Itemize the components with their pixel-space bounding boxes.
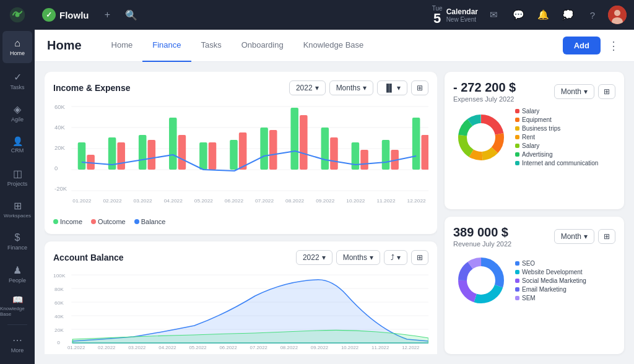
- revenue-legend: SEO Website Development Social Media Mar…: [515, 260, 586, 301]
- notifications-button[interactable]: 🔔: [534, 6, 552, 24]
- help-button[interactable]: ?: [583, 6, 602, 24]
- sidebar-item-home[interactable]: ⌂ Home: [2, 31, 32, 63]
- sidebar-item-tasks[interactable]: ✓ Tasks: [0, 64, 35, 97]
- sidebar-item-crm[interactable]: 👤 CRM: [0, 129, 35, 161]
- legend-equipment: Equipment: [515, 116, 598, 123]
- account-balance-header: Account Balance 2022 ▾ Months ▾: [53, 250, 428, 265]
- user-avatar[interactable]: [608, 6, 627, 24]
- sidebar-item-label: People: [9, 277, 26, 284]
- revenue-header: 389 000 $ Revenue July 2022 Month ▾ ⊞: [453, 225, 615, 248]
- finance-icon: $: [15, 232, 20, 243]
- chat-button[interactable]: 💬: [509, 6, 528, 24]
- svg-text:20K: 20K: [54, 145, 66, 151]
- period-filter[interactable]: Months ▾: [329, 80, 373, 95]
- svg-text:0: 0: [57, 340, 60, 345]
- income-expense-header: Income & Expense 2022 ▾ Months ▾: [53, 80, 428, 95]
- svg-text:08.2022: 08.2022: [280, 345, 298, 350]
- app-logo[interactable]: [0, 0, 35, 30]
- sidebar-item-workspaces[interactable]: ⊞ Workspaces: [0, 193, 35, 225]
- topbar: ✓ Flowlu + 🔍 Tue 5 Calendar New Event: [35, 0, 634, 30]
- revenue-period-filter[interactable]: Month ▾: [554, 229, 594, 244]
- projects-icon: ◫: [13, 168, 22, 180]
- sidebar-item-projects[interactable]: ◫ Projects: [0, 161, 35, 193]
- svg-rect-34: [360, 150, 368, 170]
- expenses-amount: - 272 200 $: [453, 80, 516, 95]
- svg-rect-25: [230, 140, 238, 170]
- tab-finance[interactable]: Finance: [142, 30, 191, 62]
- page-title: Home: [47, 38, 82, 53]
- revenue-grid-btn[interactable]: ⊞: [598, 229, 615, 244]
- sidebar-item-label: Home: [10, 50, 25, 56]
- app-title: ✓ Flowlu: [42, 8, 89, 22]
- account-balance-filters: 2022 ▾ Months ▾ ⤴ ▾: [296, 250, 428, 265]
- ab-chart-type[interactable]: ⤴ ▾: [384, 250, 407, 265]
- svg-rect-28: [269, 130, 277, 170]
- svg-text:02.2022: 02.2022: [98, 345, 115, 350]
- svg-text:60K: 60K: [54, 104, 66, 110]
- legend-email: Email Marketing: [515, 286, 586, 293]
- more-options-button[interactable]: ⋮: [606, 37, 622, 55]
- calendar-info: Calendar New Event: [446, 7, 478, 23]
- page-header: Home Home Finance Tasks Onboarding Knowl…: [35, 30, 634, 62]
- ab-period-filter[interactable]: Months ▾: [336, 250, 380, 265]
- expenses-header: - 272 200 $ Expenses July 2022 Month ▾ ⊞: [453, 80, 615, 103]
- ab-year-filter[interactable]: 2022 ▾: [296, 250, 332, 265]
- svg-rect-19: [139, 135, 147, 170]
- income-expense-chart: 60K 40K 20K 0 -20K: [53, 100, 428, 214]
- tab-tasks[interactable]: Tasks: [191, 30, 232, 62]
- svg-text:05.2022: 05.2022: [189, 345, 206, 350]
- svg-text:40K: 40K: [54, 124, 66, 131]
- sidebar-item-people[interactable]: ♟ People: [0, 258, 35, 290]
- account-balance-title: Account Balance: [53, 253, 124, 262]
- svg-text:04.2022: 04.2022: [158, 345, 176, 350]
- tab-knowledge-base[interactable]: Knowledge Base: [293, 30, 374, 62]
- grid-view-btn[interactable]: ⊞: [411, 80, 428, 95]
- revenue-filters: Month ▾ ⊞: [554, 229, 615, 244]
- sidebar-item-finance[interactable]: $ Finance: [0, 225, 35, 258]
- tab-onboarding[interactable]: Onboarding: [232, 30, 293, 62]
- svg-text:02.2022: 02.2022: [103, 198, 122, 204]
- svg-point-90: [471, 271, 491, 290]
- header-actions: Add ⋮: [563, 37, 622, 55]
- right-column: - 272 200 $ Expenses July 2022 Month ▾ ⊞: [445, 72, 624, 354]
- account-balance-chart: 100K 80K 60K 40K 20K 0: [53, 270, 428, 353]
- sidebar-item-knowledge-base[interactable]: 📖 Knowledge Base: [0, 290, 35, 322]
- svg-text:20K: 20K: [54, 327, 64, 333]
- income-expense-filters: 2022 ▾ Months ▾ ▐▌ ▾: [289, 80, 428, 95]
- legend-internet: Internet and communication: [515, 160, 598, 167]
- svg-text:08.2022: 08.2022: [285, 198, 305, 204]
- income-expense-legend: Income Outcome Balance: [53, 218, 428, 225]
- chart-type-filter[interactable]: ▐▌ ▾: [377, 80, 407, 95]
- svg-text:0: 0: [54, 165, 58, 171]
- account-balance-card: Account Balance 2022 ▾ Months ▾: [45, 241, 437, 354]
- svg-text:06.2022: 06.2022: [220, 345, 237, 350]
- svg-text:05.2022: 05.2022: [194, 198, 214, 204]
- sidebar-item-more[interactable]: ⋯ More: [0, 327, 35, 360]
- revenue-donut-section: SEO Website Development Social Media Mar…: [453, 253, 615, 308]
- svg-rect-35: [382, 140, 390, 170]
- content-area: Home Home Finance Tasks Onboarding Knowl…: [35, 30, 634, 364]
- expenses-period-filter[interactable]: Month ▾: [554, 84, 594, 99]
- year-filter[interactable]: 2022 ▾: [289, 80, 326, 95]
- calendar-widget[interactable]: Tue 5 Calendar New Event: [432, 5, 478, 25]
- expenses-grid-btn[interactable]: ⊞: [598, 84, 615, 99]
- expenses-card: - 272 200 $ Expenses July 2022 Month ▾ ⊞: [445, 72, 624, 209]
- kb-icon: 📖: [12, 295, 23, 305]
- svg-rect-27: [260, 128, 268, 170]
- legend-sem: SEM: [515, 295, 586, 301]
- svg-text:04.2022: 04.2022: [164, 198, 183, 204]
- messages-button[interactable]: 💭: [558, 6, 577, 24]
- add-button[interactable]: +: [99, 6, 116, 24]
- search-button[interactable]: 🔍: [123, 6, 140, 24]
- ab-grid-btn[interactable]: ⊞: [411, 250, 428, 265]
- revenue-card: 389 000 $ Revenue July 2022 Month ▾ ⊞: [445, 217, 624, 354]
- mail-button[interactable]: ✉: [484, 6, 503, 24]
- sidebar-item-agile[interactable]: ◈ Agile: [0, 97, 35, 129]
- svg-rect-38: [422, 135, 428, 170]
- agile-icon: ◈: [14, 103, 21, 115]
- expenses-filters: Month ▾ ⊞: [554, 84, 615, 99]
- legend-social: Social Media Marketing: [515, 277, 586, 284]
- tab-home[interactable]: Home: [102, 30, 143, 62]
- add-button[interactable]: Add: [563, 37, 601, 54]
- sidebar-item-label: Finance: [7, 245, 27, 251]
